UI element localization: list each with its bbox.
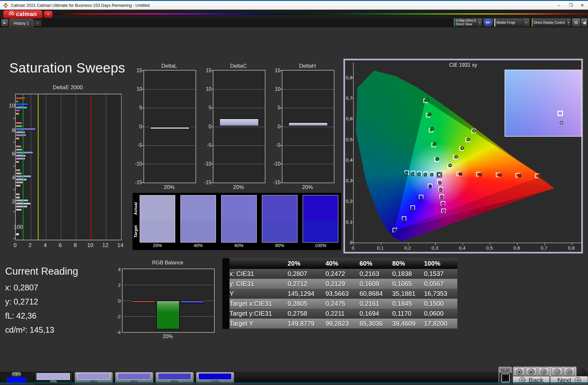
expand-picker-icon[interactable]: ▲ bbox=[12, 372, 21, 376]
table-cell: 60,8684 bbox=[359, 290, 392, 297]
bar bbox=[16, 209, 22, 211]
axis-tick-label: 0,6 bbox=[345, 116, 352, 121]
add-tab-button[interactable]: + bbox=[34, 20, 41, 26]
window-bottom-edge bbox=[0, 382, 588, 384]
deltae2000-title: DeltaE 2000 bbox=[15, 84, 120, 91]
close-button[interactable]: ✕ bbox=[576, 2, 588, 9]
axis-tick-label: 0 bbox=[199, 124, 212, 130]
spot-meter-button[interactable]: ⊡ bbox=[538, 367, 549, 376]
bar bbox=[16, 125, 22, 128]
tab-history-1[interactable]: History 1 bbox=[9, 19, 33, 28]
bar bbox=[16, 131, 25, 134]
inset-measured-marker bbox=[560, 121, 563, 124]
page-title: Saturation Sweeps bbox=[9, 60, 125, 76]
bar bbox=[16, 109, 20, 112]
group-label: 100 bbox=[5, 224, 23, 230]
pattern-window-button[interactable] bbox=[499, 373, 512, 383]
deltae2000-chart: DeltaE 2000 100%80%60%40%20%100 02468101… bbox=[6, 84, 133, 254]
window-title: Calman 2021 Calman Ultimate for Business… bbox=[11, 3, 150, 8]
axis-tick-label: -4 bbox=[114, 329, 121, 335]
axis-tick-label: -5 bbox=[199, 142, 212, 148]
gridline bbox=[213, 127, 265, 127]
source-dropdown[interactable]: Mobile Forge ▼ bbox=[494, 18, 530, 27]
axis-tick bbox=[280, 107, 282, 108]
deltah-title: DeltaH bbox=[282, 63, 333, 69]
continuous-button[interactable]: ∞ bbox=[551, 367, 563, 376]
table-cell: 93,5663 bbox=[325, 290, 359, 297]
target-swatch bbox=[221, 220, 256, 242]
chevron-down-icon[interactable]: ▼ bbox=[523, 18, 530, 27]
calman-window: Calman 2021 Calman Ultimate for Business… bbox=[0, 0, 588, 385]
axis-tick bbox=[211, 89, 213, 90]
green-measured-marker bbox=[430, 127, 434, 131]
play-icon: ▶ bbox=[528, 369, 534, 375]
bar bbox=[16, 137, 20, 140]
deltal-title: DeltaL bbox=[143, 63, 195, 69]
axis-tick-label: -2 bbox=[114, 314, 121, 319]
red-measured-marker bbox=[459, 172, 462, 176]
bar bbox=[180, 301, 204, 304]
table-row: Target y:CIE310,27580,22110,16940,11700,… bbox=[222, 309, 457, 319]
chevron-down-icon[interactable]: ▼ bbox=[566, 18, 571, 27]
title-bar: Calman 2021 Calman Ultimate for Business… bbox=[0, 0, 588, 10]
bar bbox=[16, 181, 24, 184]
gridline bbox=[213, 145, 265, 146]
yellow-measured-marker bbox=[461, 146, 464, 150]
calman-diamond-icon bbox=[9, 11, 14, 18]
calman-menu-dropdown[interactable]: ▼ bbox=[44, 11, 53, 18]
display-control-dropdown[interactable]: Direct Display Control ▼ bbox=[532, 18, 571, 27]
collapse-panel-icon[interactable]: ◀ bbox=[581, 18, 588, 27]
axis-tick-label: -5 bbox=[129, 142, 142, 148]
table-cell: 0,2712 bbox=[288, 280, 325, 287]
bar bbox=[16, 107, 27, 109]
axis-tick-label: 0,7 bbox=[345, 95, 352, 101]
axis-tick bbox=[142, 145, 144, 146]
table-cell: 0,1838 bbox=[392, 270, 424, 278]
table-cell: 0,2161 bbox=[359, 300, 392, 307]
refresh-button[interactable]: ↻ bbox=[564, 367, 575, 376]
table-cell: 0,1609 bbox=[359, 280, 392, 287]
axis-tick-label: 6 bbox=[56, 242, 65, 249]
table-cell: 0,1065 bbox=[392, 280, 424, 287]
gear-icon[interactable]: ⚙ bbox=[572, 18, 581, 27]
bottom-bar: ▲ 20%40%60%80%100% ▲ ■▶⊡∞↻ « Back Next » bbox=[0, 372, 588, 384]
target-row-label: Target bbox=[133, 220, 138, 243]
axis-tick bbox=[280, 182, 282, 183]
table-cell: 0,1537 bbox=[424, 270, 457, 278]
deltac-plot: 151050-5-10-15 bbox=[213, 70, 265, 183]
bar bbox=[16, 155, 26, 157]
minimize-button[interactable]: – bbox=[553, 2, 565, 9]
table-row-label: x: CIE31 bbox=[229, 270, 288, 278]
results-table: 20%40%60%80%100%x: CIE310,28070,24720,21… bbox=[222, 258, 457, 329]
reference-line bbox=[23, 94, 23, 240]
calman-menu-button[interactable]: calman bbox=[3, 10, 43, 19]
bar bbox=[16, 128, 36, 131]
expand-controls-icon[interactable]: ▲ bbox=[500, 367, 510, 372]
gridline bbox=[282, 164, 334, 164]
gridline bbox=[213, 89, 265, 90]
refresh-icon: ↻ bbox=[566, 369, 572, 375]
axis-tick bbox=[142, 164, 144, 164]
swatch-column bbox=[140, 195, 175, 243]
stop-button[interactable]: ■ bbox=[514, 367, 525, 376]
maximize-button[interactable]: ❐ bbox=[565, 2, 576, 9]
swatch-column bbox=[180, 195, 216, 243]
gridline bbox=[213, 164, 265, 164]
bar bbox=[16, 158, 25, 160]
axis-tick-label: 0 bbox=[345, 240, 352, 245]
axis-tick bbox=[280, 89, 282, 90]
gridline bbox=[144, 164, 195, 164]
axis-tick bbox=[13, 189, 16, 190]
axis-tick bbox=[142, 89, 144, 90]
chevron-down-icon[interactable]: ▼ bbox=[477, 18, 482, 27]
swatch-column-label: 80% bbox=[262, 243, 298, 248]
tab-scroll-button[interactable]: ▶ bbox=[1, 19, 8, 26]
table-row-label: Target y:CIE31 bbox=[229, 310, 288, 317]
axis-tick bbox=[142, 107, 144, 108]
pattern-swatch-color bbox=[77, 373, 110, 380]
play-button[interactable]: ▶ bbox=[526, 367, 537, 376]
axis-tick-label: -15 bbox=[199, 180, 212, 185]
table-cell: 0,1170 bbox=[392, 310, 424, 317]
table-cell: 0,0567 bbox=[424, 280, 457, 287]
meter-dropdown[interactable]: X-Rite i1Pro 3 Direct View ▼ bbox=[454, 18, 482, 27]
